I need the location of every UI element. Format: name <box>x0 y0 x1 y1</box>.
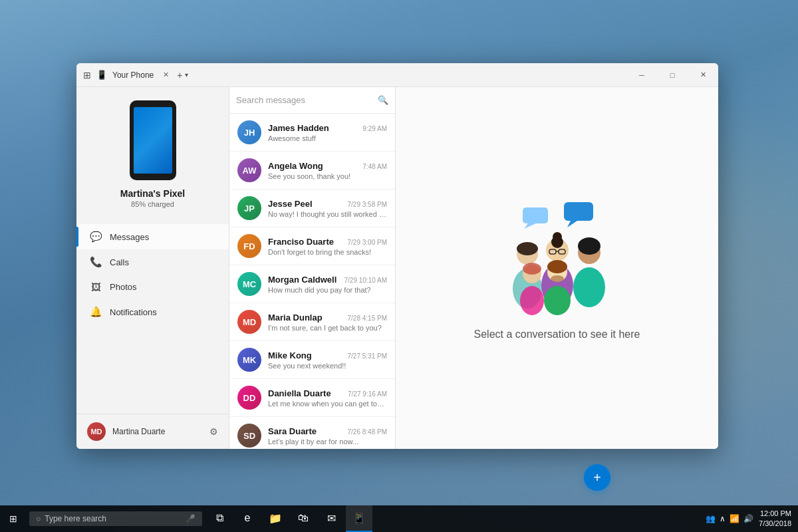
conv-time: 7/27 9:16 AM <box>348 390 387 398</box>
search-icon: 🔍 <box>378 95 388 105</box>
conv-info: Mike Kong 7/27 5:31 PM See you next week… <box>268 350 387 370</box>
conv-preview: Awesome stuff <box>268 134 387 142</box>
conversation-item[interactable]: DD Daniella Duarte 7/27 9:16 AM Let me k… <box>229 379 395 417</box>
conversation-item[interactable]: AW Angela Wong 7:48 AM See you soon, tha… <box>229 152 395 190</box>
conv-time: 7/29 10:10 AM <box>344 277 388 284</box>
conversation-item[interactable]: MD Maria Dunlap 7/28 4:15 PM I'm not sur… <box>229 303 395 341</box>
mic-icon: 🎤 <box>186 514 196 523</box>
maximize-button[interactable]: □ <box>657 63 688 87</box>
mail-button[interactable]: ✉ <box>318 505 344 532</box>
svg-point-13 <box>553 232 562 241</box>
sidebar: Martina's Pixel 85% charged 💬 Messages 📞… <box>76 87 229 449</box>
taskbar: ⊞ ○ Type here search 🎤 ⧉ e 📁 🛍 ✉ 📱 👥 ∧ 📶… <box>0 505 798 532</box>
clock-date: 7/30/2018 <box>759 519 791 529</box>
messages-search-bar: 🔍 <box>229 87 395 114</box>
conv-name: Franciso Duarte <box>268 237 334 247</box>
taskbar-right: 👥 ∧ 📶 🔊 12:00 PM 7/30/2018 <box>706 509 798 529</box>
conv-info: Franciso Duarte 7/29 3:00 PM Don't forge… <box>268 237 387 256</box>
conv-name: Mike Kong <box>268 350 312 360</box>
taskbar-clock[interactable]: 12:00 PM 7/30/2018 <box>759 509 791 529</box>
task-view-button[interactable]: ⧉ <box>206 505 233 532</box>
conv-time: 7/29 3:58 PM <box>348 201 387 208</box>
tabs-chevron-icon[interactable]: ▾ <box>185 71 188 78</box>
sidebar-item-messages[interactable]: 💬 Messages <box>76 224 229 249</box>
phone-section: Martina's Pixel 85% charged <box>76 87 229 219</box>
conv-time: 9:29 AM <box>362 125 387 132</box>
store-button[interactable]: 🛍 <box>290 505 317 532</box>
conversation-item[interactable]: JP Jesse Peel 7/29 3:58 PM No way! I tho… <box>229 190 395 227</box>
conversation-item[interactable]: SD Sara Duarte 7/26 8:48 PM Let's play i… <box>229 417 395 449</box>
plus-icon: + <box>593 470 601 485</box>
conv-info: Maria Dunlap 7/28 4:15 PM I'm not sure, … <box>268 313 387 332</box>
svg-rect-2 <box>523 207 548 223</box>
phone-graphic <box>130 100 176 180</box>
people-icon[interactable]: 👥 <box>706 514 716 523</box>
start-button[interactable]: ⊞ <box>0 505 27 532</box>
svg-point-16 <box>578 237 600 255</box>
edge-browser-button[interactable]: e <box>234 505 261 532</box>
chevron-icon[interactable]: ∧ <box>720 514 726 523</box>
user-avatar: MD <box>87 422 106 441</box>
svg-point-19 <box>547 260 567 273</box>
calls-icon: 📞 <box>90 256 102 268</box>
svg-point-6 <box>517 242 538 255</box>
close-tab-icon[interactable]: ✕ <box>163 70 169 79</box>
phone-tab-icon: 📱 <box>96 70 107 80</box>
conv-info: Morgan Caldwell 7/29 10:10 AM How much d… <box>268 275 387 294</box>
conv-info: Sara Duarte 7/26 8:48 PM Let's play it b… <box>268 426 387 446</box>
sidebar-item-label: Photos <box>110 282 136 292</box>
system-icons: 👥 ∧ 📶 🔊 <box>706 514 753 523</box>
phone-battery: 85% charged <box>131 200 174 208</box>
conv-avatar: MD <box>237 310 261 334</box>
conv-info: Jesse Peel 7/29 3:58 PM No way! I though… <box>268 199 387 218</box>
search-input[interactable] <box>236 95 372 105</box>
sidebar-item-photos[interactable]: 🖼 Photos <box>76 275 229 299</box>
sidebar-footer: MD Martina Duarte ⚙ <box>76 414 229 449</box>
conv-name: Jesse Peel <box>268 199 313 209</box>
sidebar-item-label: Notifications <box>110 307 157 317</box>
conv-time: 7/26 8:48 PM <box>348 428 387 436</box>
conv-time: 7:48 AM <box>362 163 387 170</box>
group-illustration <box>491 196 624 315</box>
taskbar-search[interactable]: ○ Type here search 🎤 <box>29 511 202 526</box>
svg-point-22 <box>520 286 544 315</box>
conv-preview: No way! I thought you still worked at th <box>268 210 387 218</box>
new-message-button[interactable]: + <box>584 464 610 491</box>
messages-panel: 🔍 JH James Hadden 9:29 AM Awesome stuff … <box>229 87 396 449</box>
close-button[interactable]: ✕ <box>688 63 718 87</box>
app-content: Martina's Pixel 85% charged 💬 Messages 📞… <box>76 87 718 449</box>
conv-preview: How much did you pay for that? <box>268 286 387 294</box>
user-name: Martina Duarte <box>112 427 203 436</box>
conv-preview: I'm not sure, can I get back to you? <box>268 324 387 332</box>
title-bar-left: ⊞ 📱 Your Phone ✕ <box>76 70 169 80</box>
new-tab-button[interactable]: + <box>177 70 182 80</box>
conversation-item[interactable]: FD Franciso Duarte 7/29 3:00 PM Don't fo… <box>229 227 395 265</box>
network-icon[interactable]: 📶 <box>730 514 739 523</box>
conv-name: Sara Duarte <box>268 426 317 436</box>
svg-marker-3 <box>524 223 536 229</box>
taskbar-search-icon: ○ <box>36 514 41 523</box>
conv-name: Daniella Duarte <box>268 388 331 398</box>
conv-avatar: FD <box>237 234 261 258</box>
svg-marker-1 <box>567 221 577 227</box>
sidebar-item-calls[interactable]: 📞 Calls <box>76 249 229 275</box>
phone-name: Martina's Pixel <box>120 188 185 199</box>
minimize-button[interactable]: ─ <box>626 63 657 87</box>
conv-avatar: MK <box>237 348 261 372</box>
conv-preview: Don't forget to bring the snacks! <box>268 248 387 256</box>
conversation-item[interactable]: JH James Hadden 9:29 AM Awesome stuff <box>229 114 395 152</box>
messages-icon: 💬 <box>90 231 102 243</box>
taskbar-apps: ⧉ e 📁 🛍 ✉ 📱 <box>206 505 372 532</box>
conversation-item[interactable]: MK Mike Kong 7/27 5:31 PM See you next w… <box>229 341 395 379</box>
volume-icon[interactable]: 🔊 <box>743 514 753 523</box>
your-phone-taskbar-button[interactable]: 📱 <box>346 505 372 532</box>
conv-time: 7/27 5:31 PM <box>348 352 387 360</box>
conv-name: Maria Dunlap <box>268 313 323 323</box>
select-conversation-text: Select a conversation to see it here <box>474 329 640 340</box>
settings-icon[interactable]: ⚙ <box>209 426 218 437</box>
svg-point-20 <box>551 275 564 282</box>
conversation-item[interactable]: MC Morgan Caldwell 7/29 10:10 AM How muc… <box>229 265 395 303</box>
conversation-list: JH James Hadden 9:29 AM Awesome stuff AW… <box>229 114 395 449</box>
sidebar-item-notifications[interactable]: 🔔 Notifications <box>76 299 229 325</box>
file-explorer-button[interactable]: 📁 <box>262 505 289 532</box>
